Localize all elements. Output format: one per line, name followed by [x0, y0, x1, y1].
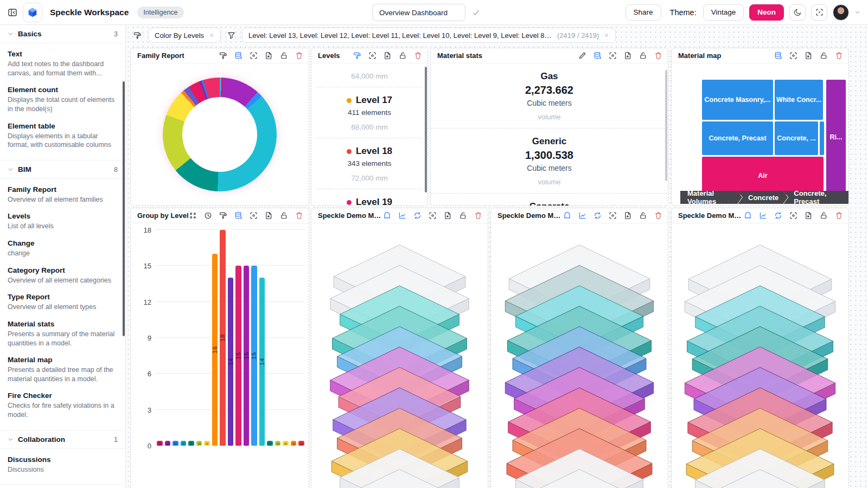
lock-icon[interactable] [639, 52, 647, 60]
chart-icon[interactable] [759, 211, 767, 220]
group-icon[interactable] [189, 211, 197, 220]
file-icon[interactable] [805, 52, 813, 60]
chevron-down-icon[interactable] [854, 9, 860, 15]
pencil-icon[interactable] [578, 52, 586, 60]
file-icon[interactable] [624, 52, 632, 60]
3d-model-viewport[interactable] [491, 223, 668, 488]
share-button[interactable]: Share [626, 4, 661, 21]
close-icon[interactable] [209, 33, 214, 38]
breadcrumb-chip[interactable]: Concrete [738, 191, 788, 204]
paint-roller-icon[interactable] [219, 211, 227, 220]
lock-icon[interactable] [399, 52, 407, 60]
sidebar-item-element-table[interactable]: Element tableDisplays elements in a tabu… [8, 122, 118, 150]
levels-scrollbar[interactable] [425, 67, 427, 192]
sidebar-item-levels[interactable]: LevelsList of all levels [8, 212, 118, 231]
paint-roller-icon[interactable] [353, 52, 361, 60]
sidebar-item-discussions[interactable]: DiscussionsDiscussions [8, 455, 118, 474]
lock-icon[interactable] [820, 52, 828, 60]
treemap-cell[interactable]: Air [702, 157, 824, 195]
trash-icon[interactable] [654, 211, 662, 220]
close-icon[interactable] [604, 33, 609, 38]
theme-vintage-button[interactable]: Vintage [703, 4, 744, 21]
level-row[interactable]: Level 192 elements [317, 197, 422, 206]
file-icon[interactable] [444, 211, 452, 220]
lock-icon[interactable] [820, 211, 828, 220]
ghost-icon[interactable] [563, 211, 571, 220]
treemap-cell[interactable] [820, 121, 824, 155]
database-icon[interactable] [234, 52, 242, 60]
expand-icon[interactable] [429, 211, 437, 220]
database-icon[interactable] [234, 211, 242, 220]
clock-icon[interactable] [204, 211, 212, 220]
file-icon[interactable] [624, 211, 632, 220]
dashboard-name-input[interactable] [372, 4, 465, 21]
bar-chart-plot[interactable]: 181512963000000001618141515151400000 [156, 230, 304, 446]
sidebar-item-material-stats[interactable]: Material statsPresents a summary of the … [8, 320, 118, 348]
chart-icon[interactable] [398, 211, 406, 220]
breadcrumb-chip[interactable]: Material Volumes [680, 191, 742, 204]
trash-icon[interactable] [835, 211, 843, 220]
treemap-cell[interactable]: Concrete, Precast [702, 121, 773, 155]
sidebar-toggle-icon[interactable] [8, 8, 17, 17]
ghost-icon[interactable] [383, 211, 391, 220]
avatar[interactable] [833, 4, 849, 21]
sidebar-item-type-report[interactable]: Type ReportOverview of all element types [8, 293, 118, 312]
expand-icon[interactable] [368, 52, 376, 60]
sidebar-item-fire-checker[interactable]: Fire CheckerChecks for fire safety viola… [8, 391, 118, 419]
lock-icon[interactable] [280, 52, 288, 60]
level-filter-chip[interactable]: Level: Level 13, Level: Level 12, Level:… [242, 28, 616, 43]
sidebar-item-family-report[interactable]: Family ReportOverview of all element fam… [8, 185, 118, 204]
theme-neon-button[interactable]: Neon [749, 4, 784, 21]
trash-icon[interactable] [295, 211, 303, 220]
chart-icon[interactable] [578, 211, 586, 220]
breadcrumb-chip[interactable]: Concrete, Precast [783, 191, 848, 204]
treemap-cell[interactable]: Concrete Masonry,... [702, 80, 773, 120]
sidebar-item-material-map[interactable]: Material mapPresents a detailed tree map… [8, 356, 118, 383]
expand-icon[interactable] [250, 211, 258, 220]
ghost-icon[interactable] [744, 211, 752, 220]
treemap-cell[interactable]: Ri... [826, 80, 846, 195]
speckle-logo[interactable] [23, 3, 42, 22]
sidebar-scrollbar[interactable] [123, 81, 125, 336]
trash-icon[interactable] [295, 52, 303, 60]
sidebar-section-header-bim[interactable]: BIM8 [0, 160, 125, 179]
fullscreen-button[interactable] [811, 4, 827, 21]
color-by-chip[interactable]: Color By Levels [148, 28, 221, 43]
sync-icon[interactable] [593, 211, 602, 220]
expand-icon[interactable] [789, 52, 797, 60]
level-row[interactable]: Level 18343 elements [317, 146, 422, 168]
3d-model-viewport[interactable] [672, 223, 848, 488]
expand-icon[interactable] [789, 211, 797, 220]
trash-icon[interactable] [474, 211, 482, 220]
sidebar-section-header-gfa[interactable]: GFA7 [0, 485, 125, 488]
sidebar-item-category-report[interactable]: Category ReportOverview of all element c… [8, 266, 118, 285]
treemap-cell[interactable]: White Concr... [775, 80, 823, 120]
lock-icon[interactable] [639, 211, 647, 220]
sidebar-item-text[interactable]: TextAdd text notes to the dashboard canv… [8, 50, 118, 78]
family-report-donut-chart[interactable] [163, 78, 277, 191]
sidebar-item-change[interactable]: Changechange [8, 239, 118, 258]
expand-icon[interactable] [609, 211, 617, 220]
dark-mode-button[interactable] [789, 4, 806, 21]
expand-icon[interactable] [609, 52, 617, 60]
database-icon[interactable] [774, 52, 782, 60]
sync-icon[interactable] [413, 211, 422, 220]
database-icon[interactable] [593, 52, 602, 60]
sidebar-section-header-basics[interactable]: Basics3 [0, 25, 125, 43]
stats-scrollbar[interactable] [665, 70, 667, 181]
sidebar-section-header-collaboration[interactable]: Collaboration1 [0, 431, 125, 449]
material-treemap[interactable]: Concrete Masonry,...White Concr...Concre… [702, 80, 846, 195]
sync-icon[interactable] [774, 211, 782, 220]
sidebar-item-element-count[interactable]: Element countDisplays the total count of… [8, 86, 118, 113]
trash-icon[interactable] [414, 52, 422, 60]
file-icon[interactable] [265, 52, 273, 60]
trash-icon[interactable] [835, 52, 843, 60]
paint-roller-icon[interactable] [219, 52, 227, 60]
file-icon[interactable] [265, 211, 273, 220]
expand-icon[interactable] [250, 52, 258, 60]
file-icon[interactable] [805, 211, 813, 220]
lock-icon[interactable] [280, 211, 288, 220]
level-row[interactable]: Level 17411 elements [317, 95, 422, 117]
treemap-cell[interactable]: Concrete, ... [775, 121, 818, 155]
file-icon[interactable] [384, 52, 392, 60]
